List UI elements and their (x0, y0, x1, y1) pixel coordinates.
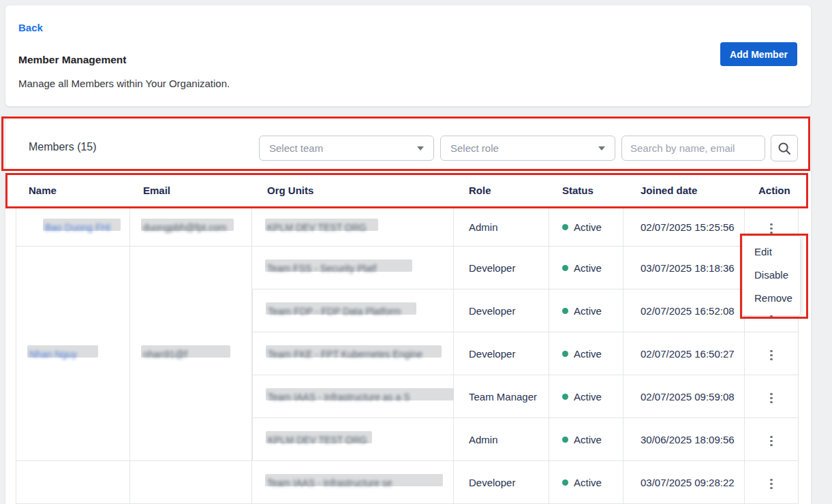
role-cell: Admin (454, 208, 549, 247)
column-header-joined-date: Joined date (623, 174, 745, 208)
member-management-page: Back Member Management Manage all Member… (0, 0, 832, 504)
member-email-cell (130, 461, 252, 504)
status-dot-icon (562, 479, 568, 486)
chevron-down-icon (417, 146, 424, 151)
member-email-cell: duongpbh@fpt.com (130, 208, 252, 247)
kebab-menu-icon[interactable] (763, 346, 780, 365)
status-cell: Active (549, 247, 623, 289)
action-cell (745, 418, 799, 461)
joined-date-cell: 02/07/2025 16:50:27 (623, 332, 745, 375)
kebab-menu-icon[interactable] (763, 432, 780, 451)
column-header-org-units: Org Units (252, 174, 454, 208)
column-header-action: Action (745, 174, 799, 208)
redacted-org-unit: Team FKE - FPT Kubernetes Engine (268, 347, 440, 360)
redacted-org-unit: Team IAAS - Infrastructure as a S (268, 390, 452, 403)
table-header-row: Name Email Org Units Role Status Joined … (16, 174, 799, 208)
org-unit-cell: KPLM DEV TEST ORG (252, 208, 454, 247)
action-cell (745, 375, 799, 418)
members-count-label: Members (15) (29, 141, 97, 153)
role-cell: Developer (454, 247, 549, 289)
redacted-org-unit: KPLM DEV TEST ORG (267, 220, 376, 234)
table-row: Nhan Nguy nhan91@f Team FSS - Security P… (16, 247, 799, 289)
search-input[interactable] (621, 136, 765, 161)
add-member-button[interactable]: Add Member (720, 42, 797, 66)
status-label: Active (574, 434, 602, 445)
redacted-name[interactable]: Bao Duong FHI (45, 220, 119, 234)
status-cell: Active (549, 461, 623, 504)
menu-item-edit[interactable]: Edit (743, 240, 800, 264)
search-icon (777, 142, 791, 155)
column-header-status: Status (549, 174, 623, 208)
table-row: Team IAAS - Infrastructure se Developer … (16, 461, 799, 504)
column-header-name: Name (16, 174, 130, 208)
org-unit-cell: Team IAAS - Infrastructure as a S (252, 375, 454, 418)
action-cell (745, 332, 799, 375)
role-cell: Admin (454, 418, 549, 461)
page-title: Member Management (18, 54, 126, 66)
redacted-email: duongpbh@fpt.com (143, 220, 232, 234)
member-name-cell (16, 461, 130, 504)
kebab-menu-icon[interactable] (763, 219, 780, 238)
org-unit-cell: Team FSS - Security Platf (252, 247, 454, 289)
team-select-placeholder: Select team (269, 142, 323, 154)
status-label: Active (574, 305, 602, 317)
role-select[interactable]: Select role (440, 136, 615, 161)
role-cell: Developer (454, 289, 549, 332)
status-dot-icon (562, 437, 568, 443)
kebab-menu-icon[interactable] (763, 389, 780, 408)
member-name-cell: Bao Duong FHI (16, 208, 130, 247)
page-subtitle: Manage all Members within Your Organizat… (18, 78, 230, 89)
joined-date-cell: 02/07/2025 15:25:56 (623, 208, 745, 247)
role-cell: Developer (454, 332, 549, 375)
kebab-menu-icon[interactable] (763, 475, 780, 494)
status-cell: Active (549, 418, 623, 461)
role-cell: Team Manager (454, 375, 549, 418)
back-link[interactable]: Back (18, 22, 43, 33)
search-button[interactable] (771, 135, 798, 161)
status-label: Active (574, 221, 602, 233)
status-dot-icon (562, 224, 568, 230)
table-row: Bao Duong FHI duongpbh@fpt.com KPLM DEV … (16, 208, 799, 247)
member-name-cell: Nhan Nguy (16, 247, 130, 461)
redacted-org-unit: Team FDP - FDP Data Platform (268, 304, 414, 317)
redacted-org-unit: Team IAAS - Infrastructure se (267, 475, 441, 489)
action-cell (745, 461, 799, 504)
status-cell: Active (549, 208, 623, 247)
status-cell: Active (549, 375, 623, 418)
row-action-menu: Edit Disable Remove (743, 236, 800, 315)
org-unit-cell: Team FDP - FDP Data Platform (252, 289, 454, 332)
joined-date-cell: 03/07/2025 09:28:22 (623, 461, 745, 504)
column-header-email: Email (130, 174, 252, 208)
column-header-role: Role (454, 174, 549, 208)
org-unit-cell: Team FKE - FPT Kubernetes Engine (252, 332, 454, 375)
status-label: Active (574, 348, 602, 360)
role-select-placeholder: Select role (450, 142, 499, 154)
joined-date-cell: 30/06/2025 18:09:56 (623, 418, 745, 461)
status-cell: Active (549, 332, 623, 375)
status-label: Active (574, 477, 602, 488)
joined-date-cell: 02/07/2025 09:59:08 (623, 375, 745, 418)
status-cell: Active (549, 289, 623, 332)
org-unit-cell: Team IAAS - Infrastructure se (252, 461, 454, 504)
redacted-email: nhan91@f (143, 347, 228, 360)
menu-item-remove[interactable]: Remove (743, 287, 800, 310)
org-unit-cell: KPLM DEV TEST ORG (252, 418, 454, 461)
status-dot-icon (562, 394, 568, 400)
joined-date-cell: 02/07/2025 16:52:08 (623, 289, 745, 332)
status-dot-icon (562, 351, 568, 357)
status-dot-icon (562, 265, 568, 271)
member-email-cell: nhan91@f (130, 247, 252, 461)
members-table: Name Email Org Units Role Status Joined … (16, 174, 799, 504)
members-card: Members (15) Select team Select role (5, 116, 811, 504)
menu-item-disable[interactable]: Disable (743, 264, 800, 287)
role-cell: Developer (454, 461, 549, 504)
redacted-org-unit: KPLM DEV TEST ORG (268, 432, 370, 446)
joined-date-cell: 03/07/2025 18:18:36 (623, 247, 745, 289)
redacted-name[interactable]: Nhan Nguy (29, 347, 96, 360)
chevron-down-icon (598, 146, 605, 151)
team-select[interactable]: Select team (259, 136, 434, 161)
redacted-org-unit: Team FSS - Security Platf (267, 261, 410, 274)
page-header-card: Back Member Management Manage all Member… (5, 5, 811, 106)
status-label: Active (574, 391, 602, 403)
status-label: Active (574, 262, 602, 274)
